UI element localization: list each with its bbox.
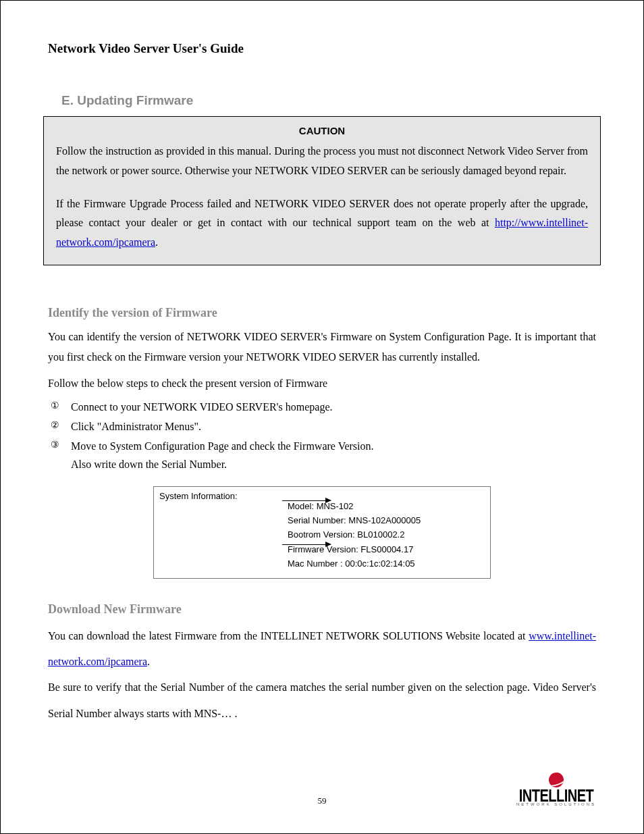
system-info-label: System Information: (159, 491, 238, 501)
globe-icon (549, 773, 564, 787)
step-text: Move to System Configuration Page and ch… (71, 440, 374, 452)
caution-box: CAUTION Follow the instruction as provid… (43, 116, 601, 265)
step-3-extra: Also write down the Serial Number. (71, 459, 227, 470)
logo-wordmark: INTELLINET (516, 787, 596, 804)
arrow-icon (282, 500, 331, 501)
download-text-end: . (147, 656, 150, 667)
brand-logo: INTELLINET NETWORK SOLUTIONS (516, 773, 596, 806)
step-3: ③ Move to System Configuration Page and … (48, 437, 596, 473)
step-text: Connect to your NETWORK VIDEO SERVER's h… (71, 401, 332, 413)
system-info-label-col: System Information: (159, 491, 288, 571)
sysinfo-serial: Serial Number: MNS-102A000005 (288, 513, 485, 527)
arrow-icon (282, 544, 331, 545)
step-1: ① Connect to your NETWORK VIDEO SERVER's… (48, 398, 596, 416)
circled-1-icon: ① (51, 398, 59, 414)
system-info-values: Model: MNS-102 Serial Number: MNS-102A00… (288, 491, 485, 571)
sub-heading-identify: Identify the version of Firmware (48, 306, 596, 320)
download-p1: You can download the latest Firmware fro… (48, 623, 596, 675)
section-download: Download New Firmware You can download t… (48, 602, 596, 727)
sysinfo-mac: Mac Number : 00:0c:1c:02:14:05 (288, 556, 485, 571)
steps-list: ① Connect to your NETWORK VIDEO SERVER's… (48, 398, 596, 474)
step-2: ② Click "Administrator Menus". (48, 417, 596, 436)
page: Network Video Server User's Guide E. Upd… (0, 0, 644, 834)
page-number: 59 (318, 796, 327, 806)
page-footer: 59 INTELLINET NETWORK SOLUTIONS (48, 773, 596, 806)
system-info-box: System Information: Model: MNS-102 Seria… (153, 486, 491, 579)
step-text: Click "Administrator Menus". (71, 421, 201, 432)
system-info-figure: System Information: Model: MNS-102 Seria… (153, 486, 491, 579)
sysinfo-model: Model: MNS-102 (288, 499, 485, 513)
download-p2: Be sure to verify that the Serial Number… (48, 675, 596, 727)
caution-body: Follow the instruction as provided in th… (56, 142, 588, 253)
caution-paragraph-1: Follow the instruction as provided in th… (56, 142, 588, 181)
identify-body: You can identify the version of NETWORK … (48, 327, 596, 367)
section-heading-updating-firmware: E. Updating Firmware (61, 93, 596, 108)
sysinfo-bootrom: Bootrom Version: BL010002.2 (288, 527, 485, 542)
caution-paragraph-2: If the Firmware Upgrade Process failed a… (56, 194, 588, 253)
caution-text-end: . (155, 236, 158, 248)
sub-heading-download: Download New Firmware (48, 602, 596, 617)
download-text: You can download the latest Firmware fro… (48, 630, 529, 642)
document-title: Network Video Server User's Guide (48, 41, 596, 56)
circled-3-icon: ③ (51, 437, 59, 453)
caution-title: CAUTION (56, 125, 588, 136)
section-identify: Identify the version of Firmware You can… (48, 306, 596, 579)
identify-lead: Follow the below steps to check the pres… (48, 373, 596, 394)
circled-2-icon: ② (51, 417, 59, 434)
